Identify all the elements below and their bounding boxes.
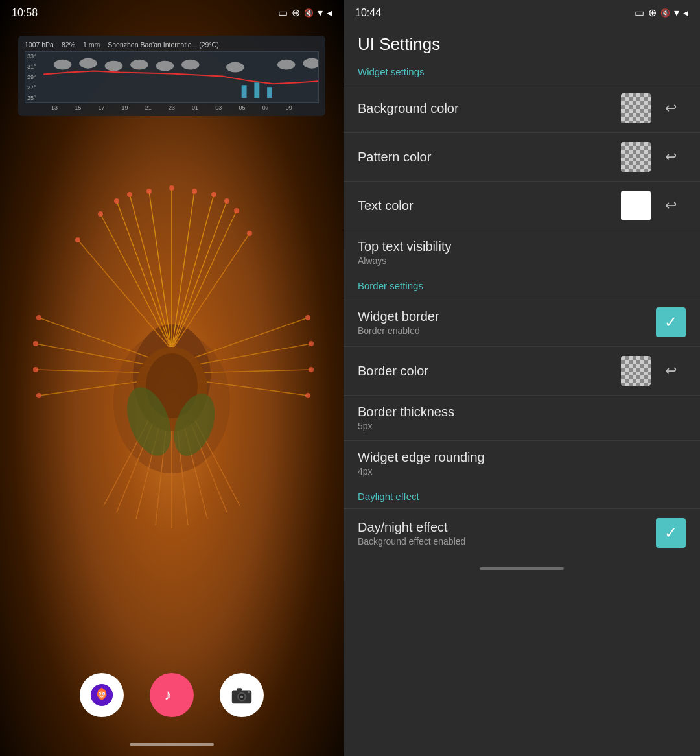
svg-line-26 (188, 318, 308, 360)
svg-point-46 (309, 341, 314, 346)
svg-point-70 (103, 693, 104, 694)
svg-point-44 (36, 393, 41, 398)
weather-line-chart (43, 52, 318, 103)
settings-item-top-text-visibility: Top text visibilityAlways (344, 230, 700, 275)
svg-rect-64 (267, 87, 272, 98)
settings-label-background-color: Background color (358, 101, 621, 116)
settings-item-pattern-color[interactable]: Pattern color↩ (344, 132, 700, 181)
settings-label-border-thickness: Border thickness5px (358, 405, 686, 431)
humidity: 82% (62, 41, 75, 49)
section-header-widget: Widget settings (344, 61, 700, 84)
section-header-daylight: Daylight effect (344, 486, 700, 508)
settings-label-text-color: Text color (358, 198, 621, 213)
svg-line-2 (117, 201, 172, 350)
settings-item-widget-edge-rounding: Widget edge rounding4px (344, 440, 700, 486)
reset-button-pattern-color[interactable]: ↩ (656, 142, 686, 172)
settings-sub-label-day-night-effect: Background effect enabled (358, 536, 656, 547)
settings-sub-label-border-thickness: 5px (358, 421, 686, 431)
settings-main-label-widget-edge-rounding: Widget edge rounding (358, 450, 686, 465)
right-home-indicator (480, 567, 564, 570)
svg-point-75 (240, 695, 244, 698)
alarm-icon: ⊕ (292, 6, 300, 19)
r-wifi-icon: ▾ (674, 6, 679, 19)
svg-point-69 (99, 693, 100, 694)
signal-icon: ◂ (327, 6, 332, 19)
svg-point-34 (192, 189, 197, 194)
settings-label-widget-edge-rounding: Widget edge rounding4px (358, 450, 686, 477)
weather-times: 1315171921 230103050709 (25, 103, 319, 111)
r-mute-icon: 🔇 (660, 8, 670, 18)
svg-point-59 (226, 62, 244, 73)
settings-label-top-text-visibility: Top text visibilityAlways (358, 239, 686, 266)
svg-point-32 (146, 189, 152, 194)
camera-icon[interactable] (220, 673, 264, 717)
settings-label-pattern-color: Pattern color (358, 150, 621, 165)
svg-point-37 (234, 208, 239, 213)
svg-line-4 (149, 191, 172, 350)
checkbox-day-night-effect[interactable]: ✓ (656, 518, 686, 548)
settings-label-border-color: Border color (358, 364, 621, 379)
settings-sub-label-widget-border: Border enabled (358, 325, 656, 336)
settings-label-day-night-effect: Day/night effectBackground effect enable… (358, 520, 656, 547)
r-signal-icon: ◂ (683, 6, 688, 19)
settings-item-background-color[interactable]: Background color↩ (344, 84, 700, 132)
svg-rect-62 (242, 85, 247, 98)
svg-point-54 (79, 58, 97, 69)
svg-line-3 (130, 195, 172, 350)
settings-item-border-thickness: Border thickness5px (344, 395, 700, 440)
reset-button-background-color[interactable]: ↩ (656, 93, 686, 123)
color-swatch-border-color[interactable] (621, 356, 651, 386)
weather-widget[interactable]: 1007 hPa 82% 1 mm Shenzhen Bao'an Intern… (18, 36, 325, 116)
svg-point-38 (98, 211, 103, 217)
wifi-icon: ▾ (318, 6, 323, 19)
phone-icon: ▭ (278, 6, 288, 19)
svg-point-48 (305, 393, 310, 398)
color-swatch-text-color[interactable] (621, 191, 651, 220)
svg-line-11 (78, 240, 172, 350)
left-time: 10:58 (12, 7, 38, 19)
svg-line-12 (172, 233, 250, 350)
left-status-icons: ▭ ⊕ 🔇 ▾ ◂ (278, 6, 332, 19)
reset-button-border-color[interactable]: ↩ (656, 356, 686, 386)
page-title: UI Settings (344, 25, 700, 61)
settings-item-day-night-effect[interactable]: Day/night effectBackground effect enable… (344, 508, 700, 557)
settings-main-label-text-color: Text color (358, 198, 621, 213)
settings-item-text-color[interactable]: Text color↩ (344, 181, 700, 230)
color-swatch-background-color[interactable] (621, 93, 651, 123)
mute-icon: 🔇 (304, 8, 314, 18)
svg-point-47 (309, 367, 314, 372)
settings-item-border-color[interactable]: Border color↩ (344, 346, 700, 395)
right-time: 10:44 (355, 7, 381, 19)
svg-point-58 (181, 60, 200, 70)
svg-point-41 (36, 315, 41, 320)
svg-point-35 (211, 192, 216, 197)
svg-line-8 (172, 201, 227, 350)
right-status-icons: ▭ ⊕ 🔇 ▾ ◂ (635, 6, 688, 19)
svg-point-30 (114, 198, 119, 204)
r-alarm-icon: ⊕ (648, 6, 657, 19)
checkbox-widget-border[interactable]: ✓ (656, 307, 686, 337)
svg-point-55 (105, 61, 123, 71)
color-swatch-pattern-color[interactable] (621, 142, 651, 172)
svg-point-57 (156, 61, 174, 71)
settings-main-label-day-night-effect: Day/night effect (358, 520, 656, 535)
svg-point-61 (303, 58, 318, 69)
brave-icon[interactable] (80, 673, 124, 717)
precipitation: 1 mm (83, 41, 100, 49)
settings-item-widget-border[interactable]: Widget borderBorder enabled✓ (344, 298, 700, 346)
settings-main-label-top-text-visibility: Top text visibility (358, 239, 686, 254)
right-panel: 10:44 ▭ ⊕ 🔇 ▾ ◂ UI Settings Widget setti… (344, 0, 700, 756)
weather-temps: 33° 31° 29° 27° 25° (25, 52, 38, 102)
svg-point-45 (305, 315, 310, 320)
settings-main-label-background-color: Background color (358, 101, 621, 116)
weather-chart: 33° 31° 29° 27° 25° (25, 51, 319, 103)
svg-point-56 (130, 60, 148, 70)
pressure: 1007 hPa (25, 41, 54, 49)
reset-button-text-color[interactable]: ↩ (656, 191, 686, 220)
left-panel: 10:58 ▭ ⊕ 🔇 ▾ ◂ 1007 hPa 82% 1 mm Shenzh… (0, 0, 344, 756)
music-icon[interactable]: ♪ (150, 673, 194, 717)
svg-point-43 (33, 367, 38, 372)
location: Shenzhen Bao'an Internatio... (29°C) (108, 41, 218, 49)
right-status-bar: 10:44 ▭ ⊕ 🔇 ▾ ◂ (344, 0, 700, 25)
svg-point-42 (33, 341, 38, 346)
